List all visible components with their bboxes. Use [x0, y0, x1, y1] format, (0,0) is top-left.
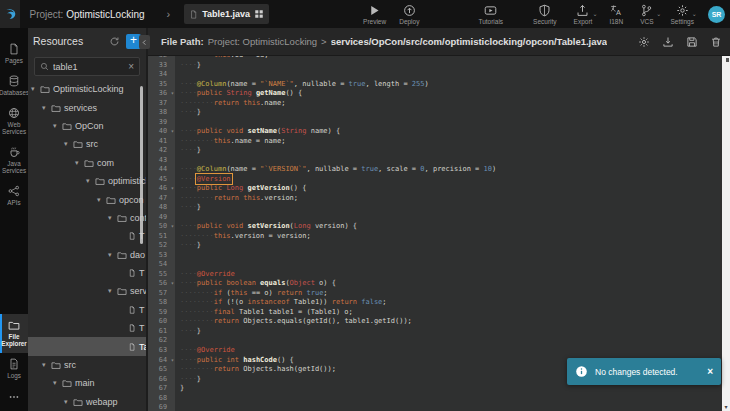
line-number[interactable]: 60 — [148, 317, 175, 327]
code-line[interactable]: 40▾ ····public void setName(String name)… — [148, 127, 730, 137]
code-line[interactable]: 41 ········this.name = name; — [148, 137, 730, 147]
line-number[interactable]: 33 — [148, 61, 175, 71]
code-line[interactable]: 39 — [148, 118, 730, 128]
code-line[interactable]: 51 ········this.version = version; — [148, 232, 730, 242]
clear-search-icon[interactable]: × — [128, 62, 134, 72]
tree-item[interactable]: ▾ OpCon — [28, 117, 146, 135]
code-line[interactable]: 54 — [148, 260, 730, 270]
code-line[interactable]: 36▾ ····public String getName() { — [148, 89, 730, 99]
line-number[interactable]: 34 — [148, 70, 175, 80]
code-line[interactable]: 42 ····} — [148, 146, 730, 156]
fold-arrow-icon[interactable]: ▾ — [171, 279, 174, 289]
code-line[interactable]: 52 ····} — [148, 241, 730, 251]
fold-arrow-icon[interactable]: ▾ — [171, 184, 174, 194]
line-number[interactable]: 38 — [148, 108, 175, 118]
tree-expand-arrow-icon[interactable]: ▾ — [108, 251, 117, 259]
fold-arrow-icon[interactable]: ▾ — [171, 222, 174, 232]
security-button[interactable]: Security — [533, 4, 556, 25]
code-line[interactable]: 69 — [148, 403, 730, 411]
code-line[interactable]: 56▾ ····public boolean equals(Object o) … — [148, 279, 730, 289]
tree-item[interactable]: ▾ optimisticlocking — [28, 172, 146, 190]
fold-arrow-icon[interactable]: ▾ — [171, 356, 174, 366]
code-line[interactable]: 35 ····@Column(name = "`NAME`", nullable… — [148, 80, 730, 90]
toast-close-icon[interactable]: × — [707, 366, 713, 377]
tree-item[interactable]: ▾ cont — [28, 209, 146, 227]
sidebar-item-pages[interactable]: Pages — [0, 38, 28, 70]
tree-item[interactable]: ▾ OptimisticLocking — [28, 80, 146, 98]
refresh-button[interactable] — [109, 36, 120, 47]
code-line[interactable]: 57 ········if (this == o) return true; — [148, 289, 730, 299]
deploy-button[interactable]: Deploy — [399, 4, 419, 25]
tree-expand-arrow-icon[interactable]: ▾ — [64, 140, 73, 148]
line-number[interactable]: 47 — [148, 194, 175, 204]
tree-item[interactable]: ▾ opcon — [28, 190, 146, 208]
sidebar-item-databases[interactable]: Databases — [0, 70, 28, 102]
tree-item[interactable]: T — [28, 301, 146, 319]
file-settings-button[interactable] — [638, 36, 650, 48]
tree-expand-arrow-icon[interactable]: ▾ — [108, 287, 117, 295]
line-number[interactable]: 62 — [148, 336, 175, 346]
line-number[interactable]: 44 — [148, 165, 175, 175]
line-number[interactable]: 49 — [148, 213, 175, 223]
line-number[interactable]: 55 — [148, 270, 175, 280]
line-number[interactable]: 57 — [148, 289, 175, 299]
line-number[interactable]: 51 — [148, 232, 175, 242]
line-number[interactable]: 50▾ — [148, 222, 175, 232]
line-number[interactable]: 69 — [148, 403, 175, 411]
tree-item[interactable]: ▾ dao — [28, 246, 146, 264]
code-line[interactable]: 49 — [148, 213, 730, 223]
delete-file-button[interactable] — [710, 36, 722, 48]
line-number[interactable]: 66 — [148, 375, 175, 385]
fold-arrow-icon[interactable]: ▾ — [171, 89, 174, 99]
download-file-button[interactable] — [662, 36, 674, 48]
line-number[interactable]: 59 — [148, 308, 175, 318]
tree-expand-arrow-icon[interactable]: ▾ — [75, 159, 84, 167]
user-avatar[interactable]: SR — [708, 6, 725, 23]
tree-item[interactable]: ▾ webapp — [28, 393, 146, 411]
tree-item[interactable]: ▾ src — [28, 356, 146, 374]
line-number[interactable]: 46▾ — [148, 184, 175, 194]
sidebar-item-file-explorer[interactable]: File Explorer — [0, 314, 28, 353]
line-number[interactable]: 53 — [148, 251, 175, 261]
tree-expand-arrow-icon[interactable]: ▾ — [64, 398, 73, 406]
scrollbar-down-arrow-icon[interactable]: ▾ — [722, 403, 730, 410]
code-line[interactable]: 46▾ ····public Long getVersion() { — [148, 184, 730, 194]
sidebar-more-button[interactable] — [0, 385, 28, 409]
code-line[interactable]: 61 ····} — [148, 327, 730, 337]
sidebar-item-logs[interactable]: Logs — [0, 353, 28, 385]
resources-search[interactable]: × — [34, 57, 140, 76]
tree-expand-arrow-icon[interactable]: ▾ — [97, 196, 106, 204]
tree-item[interactable]: T — [28, 227, 146, 245]
code-line[interactable]: 62 — [148, 336, 730, 346]
code-line[interactable]: 55 ····@Override — [148, 270, 730, 280]
line-number[interactable]: 45 — [148, 175, 175, 185]
line-number[interactable]: 63 — [148, 346, 175, 356]
search-input[interactable] — [53, 62, 128, 72]
line-number[interactable]: 43 — [148, 156, 175, 166]
line-number[interactable]: 52 — [148, 241, 175, 251]
code-line[interactable]: 59 ········final Table1 table1 = (Table1… — [148, 308, 730, 318]
tree-expand-arrow-icon[interactable]: ▾ — [42, 104, 51, 112]
tree-expand-arrow-icon[interactable]: ▾ — [53, 379, 62, 387]
line-number[interactable]: 36▾ — [148, 89, 175, 99]
sidebar-item-java-services[interactable]: Java Services — [0, 141, 28, 180]
tree-expand-arrow-icon[interactable]: ▾ — [42, 361, 51, 369]
code-line[interactable]: 53 — [148, 251, 730, 261]
line-number[interactable]: 35 — [148, 80, 175, 90]
sidebar-item-apis[interactable]: APIs — [0, 180, 28, 212]
line-number[interactable]: 42 — [148, 146, 175, 156]
collapse-panel-button[interactable] — [139, 35, 150, 49]
tree-item[interactable]: T — [28, 319, 146, 337]
code-line[interactable]: 47 ········return this.version; — [148, 194, 730, 204]
preview-button[interactable]: Preview — [363, 4, 386, 25]
code-line[interactable]: 50▾ ····public void setVersion(Long vers… — [148, 222, 730, 232]
code-line[interactable]: 58 ········if (!(o instanceof Table1)) r… — [148, 298, 730, 308]
code-line[interactable]: 67 } — [148, 384, 730, 394]
settings-button[interactable]: ⌄ Settings — [671, 4, 695, 25]
code-line[interactable]: 38 ····} — [148, 108, 730, 118]
export-button[interactable]: ⌄ Export — [574, 4, 593, 25]
tree-item[interactable]: ▾ services — [28, 98, 146, 116]
tree-expand-arrow-icon[interactable]: ▾ — [108, 214, 117, 222]
code-line[interactable]: 34 — [148, 70, 730, 80]
line-number[interactable]: 64▾ — [148, 356, 175, 366]
